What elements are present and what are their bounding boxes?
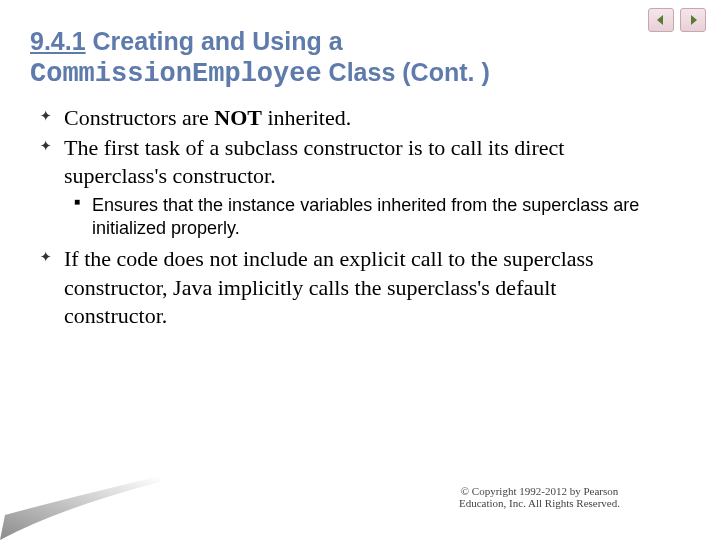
copyright: © Copyright 1992-2012 by Pearson Educati… xyxy=(459,485,620,510)
bullet-3-text: If the code does not include an explicit… xyxy=(64,246,594,327)
title-class-name: CommissionEmployee xyxy=(30,59,322,89)
arrow-left-icon xyxy=(655,14,667,26)
sub-bullet-1: Ensures that the instance variables inhe… xyxy=(40,194,660,239)
bullet-3: If the code does not include an explicit… xyxy=(40,245,660,329)
bullet-1-text-a: Constructors are xyxy=(64,105,214,130)
nav-controls xyxy=(648,8,706,32)
slide-title: 9.4.1 Creating and Using a CommissionEmp… xyxy=(30,26,490,92)
bullet-2-text: The first task of a subclass constructor… xyxy=(64,135,564,188)
copyright-line2: Education, Inc. All Rights Reserved. xyxy=(459,497,620,509)
bullet-1-text-b: NOT xyxy=(214,105,262,130)
slide-content: Constructors are NOT inherited. The firs… xyxy=(40,104,660,332)
next-button[interactable] xyxy=(680,8,706,32)
corner-shadow xyxy=(0,460,160,540)
title-part2: Class (Cont. ) xyxy=(322,58,490,86)
title-part1: Creating and Using a xyxy=(86,27,343,55)
bullet-1-text-c: inherited. xyxy=(262,105,351,130)
bullet-2: The first task of a subclass constructor… xyxy=(40,134,660,190)
bullet-1: Constructors are NOT inherited. xyxy=(40,104,660,132)
arrow-right-icon xyxy=(687,14,699,26)
prev-button[interactable] xyxy=(648,8,674,32)
sub-bullet-1-text: Ensures that the instance variables inhe… xyxy=(92,195,639,238)
title-section: 9.4.1 xyxy=(30,27,86,55)
copyright-line1: © Copyright 1992-2012 by Pearson xyxy=(461,485,618,497)
